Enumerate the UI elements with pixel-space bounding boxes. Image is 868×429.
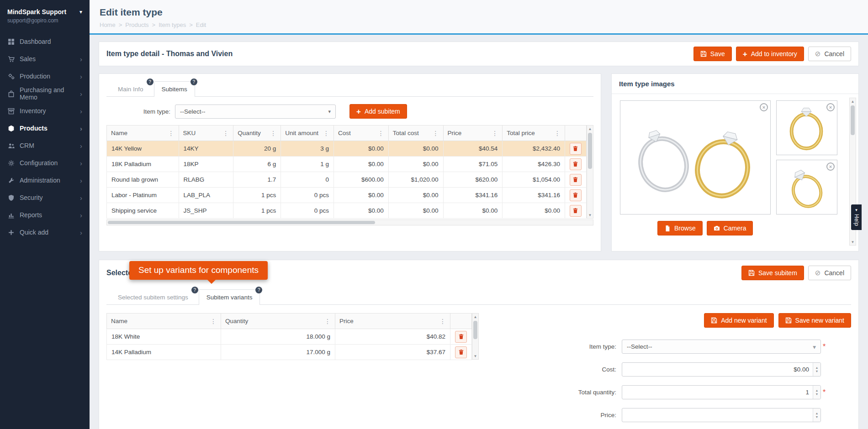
question-badge-icon[interactable]: ? xyxy=(147,78,153,85)
camera-button[interactable]: Camera xyxy=(707,221,753,235)
table-row[interactable]: Labor - Platinum LAB_PLA 1 pcs 0 pcs $0.… xyxy=(107,188,587,203)
sidebar-item-sales[interactable]: Sales › xyxy=(0,50,90,68)
column-menu-icon[interactable]: ⋮ xyxy=(439,318,446,325)
sidebar-item-security[interactable]: Security › xyxy=(0,189,90,206)
add-to-inventory-button[interactable]: + Add to inventory xyxy=(736,47,804,61)
spinner[interactable]: ▲ ▼ xyxy=(813,408,820,422)
sidebar-item-administration[interactable]: Administration › xyxy=(0,172,90,189)
add-subitem-button[interactable]: + Add subitem xyxy=(349,104,407,119)
wrench-icon xyxy=(7,177,15,184)
cell-cost: $0.00 xyxy=(334,141,389,157)
column-menu-icon[interactable]: ⋮ xyxy=(210,318,217,325)
question-badge-icon[interactable]: ? xyxy=(191,287,198,293)
delete-row-button[interactable] xyxy=(455,331,467,343)
scroll-down-icon[interactable]: ▼ xyxy=(850,239,856,245)
table-row[interactable]: 18K Palladium 18KP 6 g 1 g $0.00 $0.00 $… xyxy=(107,157,587,172)
cost-input[interactable] xyxy=(622,363,813,376)
column-menu-icon[interactable]: ⋮ xyxy=(378,130,384,137)
vertical-scrollbar[interactable]: ▲ ▼ xyxy=(472,313,479,360)
browse-button[interactable]: Browse xyxy=(657,221,703,235)
spin-up-icon[interactable]: ▲ xyxy=(815,389,819,392)
spin-down-icon[interactable]: ▼ xyxy=(815,392,819,396)
breadcrumb-products[interactable]: Products xyxy=(125,21,148,28)
item-image-main[interactable]: × xyxy=(620,100,771,214)
cell-total-price: $341.16 xyxy=(503,188,565,203)
save-subitem-button[interactable]: Save subitem xyxy=(741,266,804,280)
cell-quantity: 17.000 g xyxy=(221,345,335,360)
column-menu-icon[interactable]: ⋮ xyxy=(554,130,561,137)
help-tab[interactable]: ▼ Help xyxy=(851,204,862,230)
total-quantity-input[interactable] xyxy=(622,386,813,399)
scroll-down-icon[interactable]: ▼ xyxy=(472,353,478,359)
horizontal-scrollbar[interactable] xyxy=(106,220,593,225)
scroll-down-icon[interactable]: ▼ xyxy=(587,212,593,218)
sidebar-item-inventory[interactable]: Inventory › xyxy=(0,102,90,120)
scrollbar-thumb[interactable] xyxy=(588,133,592,169)
delete-row-button[interactable] xyxy=(455,346,467,358)
delete-row-button[interactable] xyxy=(570,158,582,170)
column-menu-icon[interactable]: ⋮ xyxy=(492,130,498,137)
table-row[interactable]: 18K White 18.000 g $40.82 xyxy=(107,329,472,345)
delete-row-button[interactable] xyxy=(570,205,582,217)
save-new-variant-button[interactable]: Save new variant xyxy=(778,313,851,328)
spin-down-icon[interactable]: ▼ xyxy=(815,415,819,419)
price-input[interactable] xyxy=(622,408,813,422)
tab-subitems[interactable]: Subitems ? xyxy=(154,81,195,97)
remove-image-button[interactable]: × xyxy=(760,103,768,111)
column-menu-icon[interactable]: ⋮ xyxy=(270,130,276,137)
column-menu-icon[interactable]: ⋮ xyxy=(324,318,331,325)
cancel-subitem-button[interactable]: ⊘ Cancel xyxy=(808,266,851,280)
scroll-up-icon[interactable]: ▲ xyxy=(472,314,478,320)
sidebar-item-reports[interactable]: Reports › xyxy=(0,206,90,224)
scroll-up-icon[interactable]: ▲ xyxy=(850,98,856,105)
chevron-right-icon: › xyxy=(80,73,82,80)
sidebar-item-quick-add[interactable]: Quick add › xyxy=(0,224,90,241)
sidebar-item-dashboard[interactable]: Dashboard xyxy=(0,33,90,50)
scrollbar-thumb[interactable] xyxy=(473,321,477,339)
remove-image-button[interactable]: × xyxy=(826,162,835,171)
spinner[interactable]: ▲ ▼ xyxy=(813,363,820,376)
spin-up-icon[interactable]: ▲ xyxy=(815,366,819,370)
remove-image-button[interactable]: × xyxy=(826,103,835,111)
sidebar-item-products[interactable]: Products › xyxy=(0,120,90,137)
delete-row-button[interactable] xyxy=(570,143,582,155)
item-image-thumb[interactable]: × xyxy=(776,100,837,155)
sidebar-item-crm[interactable]: CRM › xyxy=(0,137,90,154)
variant-item-type-select[interactable]: --Select-- ▾ xyxy=(622,340,821,354)
scrollbar-thumb[interactable] xyxy=(108,221,375,224)
add-new-variant-button[interactable]: Add new variant xyxy=(704,313,773,328)
table-row[interactable]: Round lab grown RLABG 1.7 0 $600.00 $1,0… xyxy=(107,172,587,188)
column-menu-icon[interactable]: ⋮ xyxy=(168,130,175,137)
spin-down-icon[interactable]: ▼ xyxy=(815,370,819,373)
question-badge-icon[interactable]: ? xyxy=(191,78,197,85)
table-row[interactable]: Shipping service JS_SHP 1 pcs 0 pcs $0.0… xyxy=(107,203,587,219)
breadcrumb-item-types[interactable]: Item types xyxy=(159,21,186,28)
chevron-down-icon: ▾ xyxy=(79,9,82,15)
table-row[interactable]: 14K Palladium 17.000 g $37.67 xyxy=(107,345,472,360)
tab-subitem-variants[interactable]: Subitem variants ? xyxy=(199,289,260,305)
account-switcher[interactable]: MindSpark Support ▾ support@gopiro.com xyxy=(0,0,90,29)
tab-selected-subitem-settings[interactable]: Selected subitem settings ? xyxy=(110,289,196,304)
cancel-button[interactable]: ⊘ Cancel xyxy=(808,47,851,61)
column-menu-icon[interactable]: ⋮ xyxy=(323,130,329,137)
cell-cost: $0.00 xyxy=(334,203,389,219)
sidebar-item-purchasing-and-memo[interactable]: Purchasing and Memo › xyxy=(0,85,90,102)
breadcrumb-home[interactable]: Home xyxy=(100,21,116,28)
delete-row-button[interactable] xyxy=(570,189,582,201)
item-image-thumb[interactable]: × xyxy=(776,160,837,214)
item-type-select[interactable]: --Select-- ▾ xyxy=(175,105,336,119)
spin-up-icon[interactable]: ▲ xyxy=(815,412,819,415)
delete-row-button[interactable] xyxy=(570,174,582,186)
sidebar-item-configuration[interactable]: Configuration › xyxy=(0,154,90,172)
scroll-up-icon[interactable]: ▲ xyxy=(587,126,593,132)
spinner[interactable]: ▲ ▼ xyxy=(813,386,820,399)
save-button[interactable]: Save xyxy=(693,47,732,61)
column-menu-icon[interactable]: ⋮ xyxy=(222,130,229,137)
scrollbar-thumb[interactable] xyxy=(851,105,855,135)
question-badge-icon[interactable]: ? xyxy=(255,287,262,293)
table-row[interactable]: 14K Yellow 14KY 20 g 3 g $0.00 $0.00 $40… xyxy=(107,141,587,157)
column-menu-icon[interactable]: ⋮ xyxy=(433,130,439,137)
sidebar-item-production[interactable]: Production › xyxy=(0,68,90,85)
vertical-scrollbar[interactable]: ▲ ▼ xyxy=(587,125,593,219)
tab-main-info[interactable]: Main Info ? xyxy=(110,81,151,96)
